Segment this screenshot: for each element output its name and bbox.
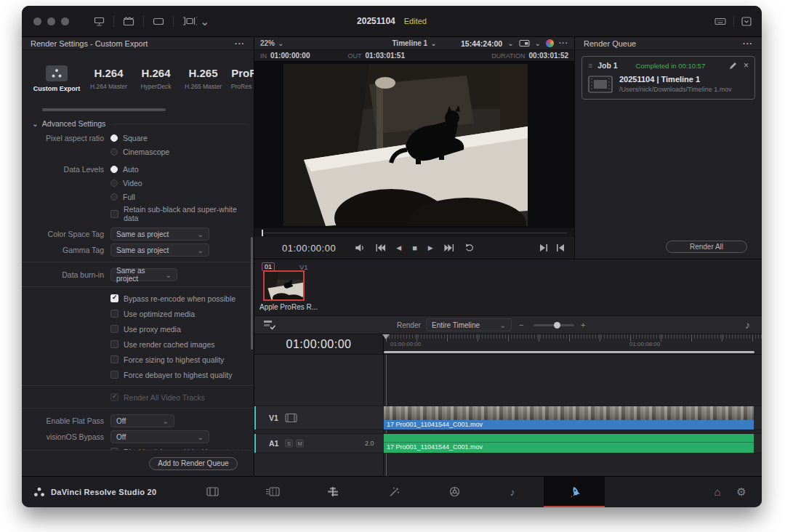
delete-job-icon[interactable] [744,60,749,70]
collapse-icon [32,119,39,128]
zoom-slider-knob[interactable] [554,322,560,329]
chevron-down-icon [163,417,169,425]
step-back-button[interactable] [396,244,401,251]
viewer-layout-icon[interactable] [174,15,218,28]
page-color-button[interactable] [440,477,469,507]
media-pool-toggle-icon[interactable] [114,17,143,26]
in-out-bar: IN 01:00:00:00 OUT 01:03:01:51 DURATION … [254,50,574,62]
zoom-out-button[interactable] [519,321,523,329]
audio-track-row: A1 S M 2.0 17 Pro001_11041544_C001.mov [254,433,762,454]
app-window: 20251104 Edited Render Settings - Custom… [22,6,762,507]
keyboard-icon[interactable] [714,17,726,25]
radio-cinemascope[interactable] [110,148,118,156]
render-scope-dropdown[interactable]: Entire Timeline [426,318,512,331]
presentation-mode-icon[interactable] [85,17,113,26]
zoom-in-button[interactable] [581,321,585,329]
mute-audio-icon[interactable] [355,243,365,252]
viewer-options-icon[interactable] [559,39,568,47]
checkbox-use-proxy-media[interactable] [110,325,118,333]
timeline-scrollbar[interactable] [384,351,754,353]
presets-scrollbar[interactable] [42,108,166,111]
preset-prores[interactable]: ProRes ProRes 422 H [228,67,254,90]
advanced-settings-header[interactable]: Advanced Settings [22,118,254,132]
enable-flat-pass-dropdown[interactable]: Off [110,414,174,427]
viewer-scrub-bar[interactable] [254,228,574,237]
track-type-film-icon[interactable] [285,414,297,423]
mute-button[interactable]: M [296,440,304,448]
render-all-button[interactable]: Render All [666,241,747,253]
scrub-playhead[interactable] [262,230,263,236]
timeline-options-icon[interactable] [263,320,276,330]
page-edit-button[interactable] [318,477,347,507]
add-to-render-queue-button[interactable]: Add to Render Queue [149,457,238,470]
minimize-window-button[interactable] [47,17,55,25]
radio-auto[interactable] [110,166,118,173]
zoom-window-button[interactable] [61,17,69,25]
panel-options-icon[interactable] [235,39,245,48]
timeline-ruler[interactable]: 01:00:00:00 01:00:08:00 [384,334,762,354]
checkbox-retain-subblack[interactable] [110,210,118,218]
radio-full[interactable] [110,193,118,201]
radio-video[interactable] [110,180,118,187]
chevron-down-icon[interactable] [200,15,209,28]
page-fusion-button[interactable] [379,477,408,507]
queue-options-icon[interactable] [743,39,753,48]
go-to-start-button[interactable] [376,244,385,251]
custom-export-icon [46,65,68,81]
chevron-down-icon [430,39,436,47]
settings-scrollbar[interactable] [251,237,253,350]
render-settings-form: Advanced Settings Pixel aspect ratio Squ… [22,113,254,450]
page-cut-button[interactable] [258,477,287,507]
gamma-tag-dropdown[interactable]: Same as project [110,243,209,257]
close-window-button[interactable] [33,17,41,25]
stop-button[interactable] [412,243,417,252]
preset-custom-export[interactable]: Custom Export [29,65,84,92]
video-clip[interactable]: 17 Pro001_11041544_C001.mov [384,406,754,430]
audio-clip-name: 17 Pro001_11041544_C001.mov [387,443,483,451]
dual-viewer-icon[interactable] [519,39,530,47]
preset-h265-master[interactable]: H.265 H.265 Master [180,67,226,90]
project-settings-button[interactable] [727,477,756,507]
go-to-end-button[interactable] [444,244,454,251]
audio-clip[interactable]: 17 Pro001_11041544_C001.mov [384,434,754,453]
play-button[interactable] [428,244,433,251]
video-preview [283,64,528,226]
chevron-down-icon[interactable] [535,39,541,47]
edit-job-icon[interactable] [729,62,737,70]
play-from-in-icon[interactable] [557,244,564,251]
preset-h264-master[interactable]: H.264 H.264 Master [86,67,132,90]
panel-toggle-icon[interactable] [144,17,173,25]
audio-waveform-toggle-icon[interactable] [745,318,750,331]
radio-square[interactable] [110,134,118,142]
app-name: DaVinci Resolve Studio 20 [51,488,156,496]
chevron-down-icon [198,246,204,254]
data-burn-in-dropdown[interactable]: Same as project [110,268,177,281]
checkbox-force-debayer[interactable] [110,371,118,379]
viewer-zoom-dropdown[interactable]: 22% [260,39,283,47]
timeline-selector-dropdown[interactable]: Timeline 1 [392,39,436,47]
page-deliver-button[interactable] [560,477,589,507]
play-to-out-icon[interactable] [540,244,547,251]
checkbox-bypass-reencode[interactable] [110,294,118,302]
collapse-window-icon[interactable] [741,17,752,26]
preset-hyperdeck[interactable]: H.264 HyperDeck [133,67,179,90]
checkbox-force-sizing[interactable] [110,355,118,363]
page-fairlight-button[interactable] [498,477,527,507]
page-media-button[interactable] [198,477,227,507]
clip-thumbnail[interactable] [263,270,305,301]
checkbox-use-optimized-media[interactable] [110,310,118,318]
audio-track-name: A1 [269,439,278,448]
loop-playback-button[interactable] [464,243,474,252]
visionos-bypass-dropdown[interactable]: Off [110,430,209,443]
solo-button[interactable]: S [285,440,293,448]
color-space-tag-dropdown[interactable]: Same as project [110,227,209,241]
timeline-playhead[interactable] [382,334,390,339]
job-timeline-title: 20251104 | Timeline 1 [619,75,732,84]
divider [733,15,734,27]
chevron-down-icon[interactable] [507,39,513,47]
checkbox-use-render-cached[interactable] [110,340,118,348]
drag-handle-icon[interactable] [588,61,592,70]
checkbox-disable-sizing-blanking[interactable] [110,448,118,450]
render-job-card[interactable]: Job 1 Completed in 00:10:57 [581,56,755,100]
color-viewer-icon[interactable] [546,39,554,47]
